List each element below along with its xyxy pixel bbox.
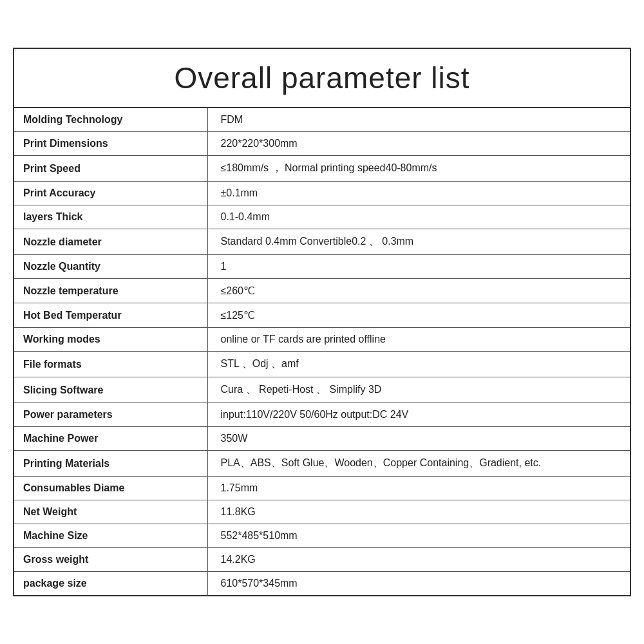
- param-label: Machine Power: [14, 427, 207, 451]
- param-value: ≤260℃: [207, 279, 630, 303]
- table-row: Net Weight11.8KG: [14, 500, 630, 524]
- param-label: Machine Size: [14, 524, 207, 548]
- table-row: Machine Size 552*485*510mm: [14, 524, 630, 548]
- table-row: Print Speed≤180mm/s ， Normal printing sp…: [14, 156, 630, 182]
- table-row: Nozzle temperature≤260℃: [14, 279, 630, 303]
- table-row: Slicing SoftwareCura 、 Repeti-Host 、 Sim…: [14, 377, 630, 403]
- parameter-table-container: Overall parameter list Molding Technolog…: [13, 48, 631, 596]
- param-value: ≤125℃: [207, 303, 630, 328]
- param-value: 0.1-0.4mm: [207, 205, 630, 229]
- param-value: 1.75mm: [207, 477, 630, 500]
- table-row: Hot Bed Temperatur≤125℃: [14, 303, 630, 328]
- param-label: Net Weight: [14, 500, 207, 524]
- param-label: Print Speed: [14, 156, 207, 182]
- param-value: 220*220*300mm: [207, 132, 630, 156]
- param-value: ≤180mm/s ， Normal printing speed40-80mm/…: [207, 156, 630, 182]
- table-row: Nozzle Quantity1: [14, 255, 630, 279]
- param-value: ±0.1mm: [207, 182, 630, 205]
- param-label: Nozzle Quantity: [14, 255, 207, 279]
- param-label: Consumables Diame: [14, 477, 207, 500]
- param-value: input:110V/220V 50/60Hz output:DC 24V: [207, 403, 630, 427]
- param-label: Print Accuracy: [14, 182, 207, 205]
- title-section: Overall parameter list: [14, 49, 630, 108]
- params-table: Molding TechnologyFDMPrint Dimensions220…: [14, 108, 630, 595]
- param-value: Cura 、 Repeti-Host 、 Simplify 3D: [207, 377, 630, 403]
- param-label: Printing Materials: [14, 451, 207, 477]
- param-value: PLA、ABS、Soft Glue、Wooden、Copper Containi…: [207, 451, 630, 477]
- param-value: 610*570*345mm: [207, 572, 630, 596]
- param-label: Hot Bed Temperatur: [14, 303, 207, 328]
- param-label: layers Thick: [14, 205, 207, 229]
- param-value: online or TF cards are printed offline: [207, 328, 630, 352]
- param-value: 350W: [207, 427, 630, 451]
- table-row: layers Thick0.1-0.4mm: [14, 205, 630, 229]
- table-row: Print Dimensions220*220*300mm: [14, 132, 630, 156]
- param-label: Nozzle diameter: [14, 229, 207, 255]
- table-row: Machine Power350W: [14, 427, 630, 451]
- param-label: File formats: [14, 352, 207, 377]
- table-row: Working modesonline or TF cards are prin…: [14, 328, 630, 352]
- param-value: FDM: [207, 108, 630, 132]
- param-label: Slicing Software: [14, 377, 207, 403]
- param-label: package size: [14, 572, 207, 596]
- table-row: package size610*570*345mm: [14, 572, 630, 596]
- param-label: Molding Technology: [14, 108, 207, 132]
- param-label: Power parameters: [14, 403, 207, 427]
- param-label: Print Dimensions: [14, 132, 207, 156]
- param-value: 1: [207, 255, 630, 279]
- table-row: Print Accuracy±0.1mm: [14, 182, 630, 205]
- table-row: Nozzle diameterStandard 0.4mm Convertibl…: [14, 229, 630, 255]
- param-value: 11.8KG: [207, 500, 630, 524]
- param-label: Working modes: [14, 328, 207, 352]
- table-row: Molding TechnologyFDM: [14, 108, 630, 132]
- page-title: Overall parameter list: [21, 61, 623, 95]
- param-value: 14.2KG: [207, 548, 630, 572]
- param-value: STL 、Odj 、amf: [207, 352, 630, 377]
- param-label: Gross weight: [14, 548, 207, 572]
- param-value: Standard 0.4mm Convertible0.2 、 0.3mm: [207, 229, 630, 255]
- table-row: Gross weight 14.2KG: [14, 548, 630, 572]
- table-row: Printing MaterialsPLA、ABS、Soft Glue、Wood…: [14, 451, 630, 477]
- param-value: 552*485*510mm: [207, 524, 630, 548]
- table-row: Consumables Diame1.75mm: [14, 477, 630, 500]
- table-row: Power parametersinput:110V/220V 50/60Hz …: [14, 403, 630, 427]
- table-row: File formatsSTL 、Odj 、amf: [14, 352, 630, 377]
- param-label: Nozzle temperature: [14, 279, 207, 303]
